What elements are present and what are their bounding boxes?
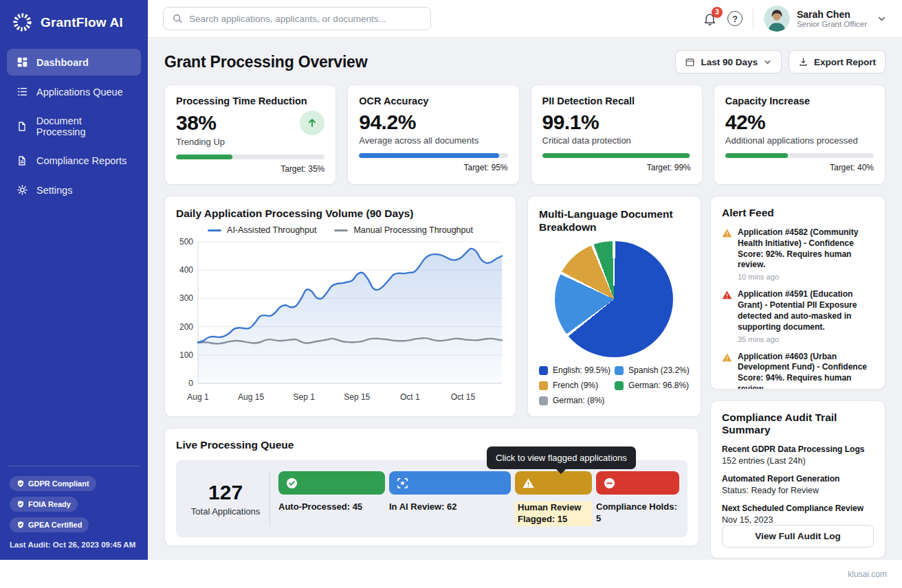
- pie-chart: [555, 241, 673, 357]
- alert-time: 35 mins ago: [738, 335, 874, 343]
- sidebar-item-label: Applications Queue: [36, 87, 123, 98]
- svg-text:Aug 15: Aug 15: [238, 392, 264, 402]
- badge-foia-ready: FOIA Ready: [10, 497, 78, 512]
- line-chart-legend: AI-Assisted ThroughputManual Processing …: [176, 225, 505, 235]
- view-audit-log-button[interactable]: View Full Audit Log: [722, 525, 874, 547]
- kpi-value: 99.1%: [542, 111, 600, 134]
- pie-legend-item: German: 96.8%): [615, 381, 690, 390]
- kpi-card-processing-time-reduction: Processing Time Reduction38%Trending UpT…: [164, 84, 336, 185]
- chevron-down-icon[interactable]: [877, 14, 887, 24]
- brand-name: GrantFlow AI: [41, 15, 123, 30]
- legend-swatch: [334, 229, 348, 231]
- queue-segment-auto-processed[interactable]: Auto-Processed: 45: [278, 471, 385, 512]
- svg-text:Oct 1: Oct 1: [400, 392, 420, 402]
- kpi-title: PII Detection Recall: [542, 95, 691, 106]
- notifications-button[interactable]: 3: [703, 12, 717, 26]
- queue-segment-human-review-flagged[interactable]: Human Review Flagged: 15: [515, 471, 592, 526]
- sidebar-item-applications-queue[interactable]: Applications Queue: [7, 78, 141, 105]
- alert-item[interactable]: Application #4591 (Education Grant) - Po…: [722, 289, 874, 343]
- user-menu[interactable]: Sarah Chen Senior Grant Officer: [764, 5, 887, 32]
- kpi-progress-fill: [359, 153, 498, 158]
- topbar: 3 ? Sarah Chen Senior Grant Officer: [148, 0, 902, 38]
- sidebar-item-dashboard[interactable]: Dashboard: [7, 49, 141, 76]
- alert-time: 10 mins ago: [738, 273, 874, 281]
- queue-segment-compliance-holds[interactable]: Compliance Holds: 5: [596, 471, 679, 524]
- line-chart-card: Daily Application Processing Volume (90 …: [164, 196, 516, 417]
- audit-sections: Recent GDPR Data Processing Logs152 entr…: [722, 436, 874, 525]
- audit-section-value: Nov 15, 2023: [722, 515, 874, 525]
- audit-card: Compliance Audit Trail Summary Recent GD…: [710, 400, 886, 558]
- badge-gdpr-compliant: GDPR Compliant: [10, 476, 96, 491]
- legend-label: French (9%): [553, 381, 598, 390]
- legend-label: German: (8%): [553, 396, 604, 405]
- sidebar-item-compliance-reports[interactable]: Compliance Reports: [7, 148, 141, 174]
- search-input[interactable]: [189, 14, 422, 24]
- kpi-progress-track: [542, 153, 691, 158]
- queue-bar[interactable]: [515, 471, 592, 495]
- shield-icon: [16, 479, 25, 488]
- kpi-row: Processing Time Reduction38%Trending UpT…: [164, 84, 886, 185]
- help-icon[interactable]: ?: [727, 11, 742, 26]
- kpi-target: Target: 99%: [542, 163, 691, 172]
- svg-text:Sep 15: Sep 15: [344, 392, 370, 402]
- alert-item[interactable]: Application #4582 (Community Health Init…: [722, 227, 874, 281]
- kpi-card-capacity-increase: Capacity Increase42%Additional applicati…: [714, 84, 886, 185]
- warning-alert-icon: [722, 228, 732, 281]
- queue-bar[interactable]: [596, 471, 679, 495]
- kpi-value: 38%: [176, 111, 217, 135]
- scan-icon: [396, 477, 409, 490]
- export-report-button[interactable]: Export Report: [789, 50, 886, 74]
- line-chart: 0100200300400500Aug 1Aug 15Sep 1Sep 15Oc…: [176, 236, 506, 405]
- line-chart-title: Daily Application Processing Volume (90 …: [176, 207, 505, 220]
- user-role: Senior Grant Officer: [797, 20, 867, 28]
- sidebar-item-document-processing[interactable]: Document Processing: [7, 108, 141, 145]
- legend-swatch: [539, 381, 548, 390]
- kpi-target: Target: 35%: [176, 164, 324, 174]
- alert-feed-title: Alert Feed: [722, 207, 874, 219]
- queue-bar[interactable]: [389, 471, 511, 495]
- brand-logo-icon: [11, 11, 34, 34]
- date-range-label: Last 90 Days: [701, 57, 758, 67]
- sidebar-item-label: Compliance Reports: [36, 155, 126, 166]
- queue-icon: [15, 86, 29, 98]
- tooltip: Click to view flagged applications: [487, 446, 636, 469]
- search-box[interactable]: [163, 7, 431, 30]
- legend-swatch: [615, 381, 624, 390]
- warning-alert-icon: [722, 352, 732, 389]
- kpi-value: 42%: [725, 111, 766, 134]
- kpi-card-ocr-accuracy: OCR Accuracy94.2%Average across all docu…: [347, 84, 519, 185]
- kpi-title: Capacity Increase: [725, 95, 874, 106]
- queue-segment-in-ai-review[interactable]: In AI Review: 62: [389, 471, 511, 512]
- legend-label: English: 99.5%): [553, 365, 610, 375]
- alert-item[interactable]: Application #4603 (Urban Development Fun…: [722, 352, 874, 389]
- queue-bar[interactable]: [278, 471, 385, 495]
- date-range-button[interactable]: Last 90 Days: [675, 50, 782, 74]
- check-circle-icon: [285, 477, 298, 490]
- queue-divider: [270, 471, 270, 526]
- legend-label: AI-Assisted Throughput: [227, 225, 316, 235]
- legend-swatch: [208, 229, 221, 231]
- warning-icon: [522, 477, 535, 490]
- trend-up-icon: [300, 111, 324, 135]
- pie-legend-item: English: 99.5%): [539, 365, 610, 375]
- badge-gpea-certified: GPEA Certified: [10, 517, 89, 532]
- kpi-progress-track: [176, 155, 324, 159]
- pie-legend-item: French (9%): [539, 381, 610, 390]
- avatar[interactable]: [764, 5, 790, 32]
- queue-bars: Auto-Processed: 45In AI Review: 62Human …: [278, 471, 679, 526]
- pie-legend-item: Spanish (23.2%): [615, 365, 690, 375]
- report-icon: [15, 155, 29, 166]
- kpi-progress-fill: [725, 153, 788, 158]
- minus-circle-icon: [603, 477, 616, 490]
- calendar-icon: [685, 57, 695, 67]
- pie-chart-legend: English: 99.5%)Spanish (23.2%)French (9%…: [539, 365, 690, 405]
- audit-section: Recent GDPR Data Processing Logs152 entr…: [722, 444, 874, 466]
- legend-swatch: [539, 396, 548, 405]
- queue-segment-label: Compliance Holds: 5: [596, 501, 679, 524]
- last-audit-text: Last Audit: Oct 26, 2023 09:45 AM: [10, 541, 141, 549]
- kpi-progress-track: [359, 153, 507, 158]
- kpi-target: Target: 40%: [725, 163, 874, 172]
- audit-title: Compliance Audit Trail Summary: [722, 411, 874, 436]
- sidebar-item-settings[interactable]: Settings: [7, 177, 141, 203]
- header-divider: [753, 7, 754, 30]
